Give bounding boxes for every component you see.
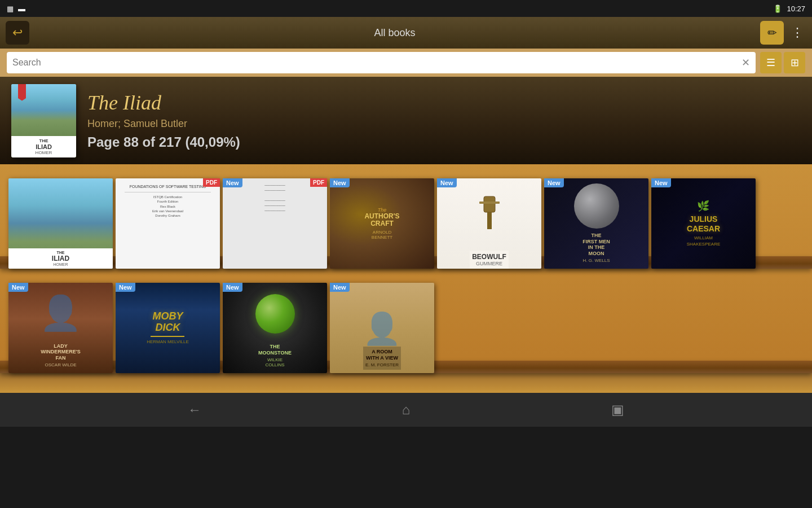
grid-view-button[interactable]: ⊞ xyxy=(784,52,805,73)
new-badge-unknown: New xyxy=(223,178,242,187)
back-icon: ↩ xyxy=(12,25,23,40)
book-cover-julius-caesar: 🌿 JULIUSCAESAR WILLIAMSHAKESPEARE xyxy=(651,178,756,269)
shelf-bottom xyxy=(0,373,812,393)
list-view-button[interactable]: ☰ xyxy=(760,52,782,73)
book-cover-unknown: ______________________ _________________… xyxy=(223,178,327,269)
nav-back-button[interactable]: ← xyxy=(178,398,211,421)
svg-rect-0 xyxy=(484,196,495,212)
book-cover-beowulf: BEOWULF GUMMERE xyxy=(437,178,541,269)
shelf-row-2: New 👤 LADYWINDERMERE'SFAN OSCAR WILDE Ne… xyxy=(0,269,812,373)
cover-title-line1: THE xyxy=(14,138,74,143)
status-bar: ▦ ▬ 🔋 10:27 xyxy=(0,0,812,17)
edit-icon: ✏ xyxy=(767,26,777,40)
book-lady-windermeres[interactable]: New 👤 LADYWINDERMERE'SFAN OSCAR WILDE xyxy=(8,283,113,373)
time-display: 10:27 xyxy=(787,5,805,13)
page-title: All books xyxy=(35,27,754,39)
book-cover-foundations: FOUNDATIONS OF SOFTWARE TESTING ISTQB Ce… xyxy=(116,178,220,269)
book-cover-room: 👤 A ROOMWITH A VIEW E. M. FORSTER xyxy=(330,283,434,373)
book-cover-moonstone: THEMOONSTONE WILKIECOLLINS xyxy=(223,283,327,373)
current-book-cover: THE ILIAD HOMER xyxy=(11,84,76,157)
battery-icon: 🔋 xyxy=(773,5,782,13)
search-input[interactable] xyxy=(12,58,742,68)
edit-button[interactable]: ✏ xyxy=(760,21,784,45)
book-foundations[interactable]: PDF FOUNDATIONS OF SOFTWARE TESTING ISTQ… xyxy=(116,178,220,269)
search-input-wrap[interactable]: ✕ xyxy=(7,52,756,73)
grid-status-icon: ▦ xyxy=(7,5,14,13)
nav-home-icon: ⌂ xyxy=(402,402,411,418)
book-cover-lady: 👤 LADYWINDERMERE'SFAN OSCAR WILDE xyxy=(8,283,113,373)
book-first-men[interactable]: New THEFIRST MENIN THEMOON H. G. WELLS xyxy=(544,178,648,269)
new-badge-room: New xyxy=(330,283,350,292)
cover-title-line2: ILIAD xyxy=(14,143,74,150)
new-badge-beowulf: New xyxy=(437,178,457,187)
book-moonstone[interactable]: New THEMOONSTONE WILKIECOLLINS xyxy=(223,283,327,373)
svg-rect-2 xyxy=(479,202,500,204)
new-badge-lady: New xyxy=(8,283,28,292)
bookmark-icon xyxy=(18,84,26,101)
new-badge-authors-craft: New xyxy=(330,178,350,187)
pdf-badge-foundations: PDF xyxy=(203,178,220,187)
top-bar: ↩ All books ✏ ⋮ xyxy=(0,17,812,49)
back-button[interactable]: ↩ xyxy=(6,21,29,45)
nav-recent-icon: ▣ xyxy=(611,402,624,418)
more-icon: ⋮ xyxy=(791,25,804,40)
book-cover-authors-craft: The AUTHOR'SCRAFT ARNOLDBENNETT xyxy=(330,178,434,269)
new-badge-first-men: New xyxy=(544,178,564,187)
foundations-title: FOUNDATIONS OF SOFTWARE TESTING xyxy=(130,184,206,190)
current-book-progress: Page 88 of 217 (40,09%) xyxy=(87,134,801,150)
book-cover-iliad: THE ILIAD HOMER xyxy=(8,178,113,269)
new-badge-julius-caesar: New xyxy=(651,178,671,187)
book-julius-caesar[interactable]: New 🌿 JULIUSCAESAR WILLIAMSHAKESPEARE xyxy=(651,178,756,269)
search-clear-button[interactable]: ✕ xyxy=(742,56,750,69)
more-button[interactable]: ⋮ xyxy=(788,21,806,45)
status-left-icons: ▦ ▬ xyxy=(7,5,25,13)
nav-home-button[interactable]: ⌂ xyxy=(389,398,423,421)
search-bar: ✕ ☰ ⊞ xyxy=(0,49,812,77)
list-view-icon: ☰ xyxy=(766,56,775,69)
book-cover-moby-dick: MOBYDICK HERMAN MELVILLE xyxy=(116,283,220,373)
signal-icon: ▬ xyxy=(18,5,25,13)
view-toggle: ☰ ⊞ xyxy=(760,52,805,73)
nav-back-icon: ← xyxy=(188,402,201,418)
bookshelf: THE ILIAD HOMER PDF FOUNDATIONS OF SOFTW… xyxy=(0,164,812,393)
book-authors-craft[interactable]: New The AUTHOR'SCRAFT ARNOLDBENNETT xyxy=(330,178,434,269)
nav-recent-button[interactable]: ▣ xyxy=(601,398,634,421)
cover-author-sm: HOMER xyxy=(14,150,74,155)
book-beowulf[interactable]: New BEOWULF GUMMERE xyxy=(437,178,541,269)
book-iliad[interactable]: THE ILIAD HOMER xyxy=(8,178,113,269)
current-book-author: Homer; Samuel Butler xyxy=(87,118,801,130)
book-room-with-view[interactable]: New 👤 A ROOMWITH A VIEW E. M. FORSTER xyxy=(330,283,434,373)
svg-rect-1 xyxy=(487,212,492,229)
top-actions: ✏ ⋮ xyxy=(760,21,806,45)
status-right-icons: 🔋 10:27 xyxy=(773,5,805,13)
foundations-subtitle: ISTQB CertificationFourth EditionRex Bla… xyxy=(152,195,183,218)
current-book-banner[interactable]: THE ILIAD HOMER The Iliad Homer; Samuel … xyxy=(0,77,812,164)
book-moby-dick[interactable]: New MOBYDICK HERMAN MELVILLE xyxy=(116,283,220,373)
current-book-info: The Iliad Homer; Samuel Butler Page 88 o… xyxy=(87,91,801,150)
book-unknown-pdf[interactable]: New PDF ______________________ _________… xyxy=(223,178,327,269)
shelf-row-1: THE ILIAD HOMER PDF FOUNDATIONS OF SOFTW… xyxy=(0,164,812,269)
book-cover-first-men: THEFIRST MENIN THEMOON H. G. WELLS xyxy=(544,178,648,269)
new-badge-moonstone: New xyxy=(223,283,242,292)
current-book-title: The Iliad xyxy=(87,91,801,115)
pdf-badge-unknown: PDF xyxy=(310,178,327,187)
new-badge-moby-dick: New xyxy=(116,283,135,292)
nav-bar: ← ⌂ ▣ xyxy=(0,393,812,427)
grid-view-icon: ⊞ xyxy=(791,56,799,69)
cover-white-strip: THE ILIAD HOMER xyxy=(11,136,76,157)
